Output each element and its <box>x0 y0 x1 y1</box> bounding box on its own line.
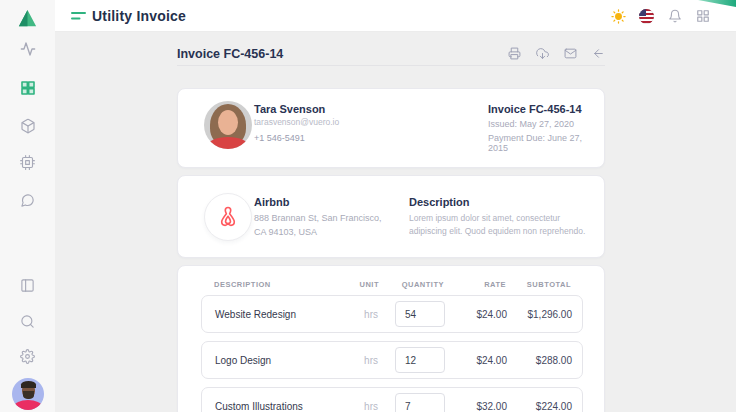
sidebar-item-panels[interactable] <box>0 278 55 293</box>
invoice-number: Invoice FC-456-14 <box>488 103 604 115</box>
sidebar-item-search[interactable] <box>0 314 55 329</box>
apps-grid-icon[interactable] <box>695 9 710 24</box>
dashboard-grid-icon <box>20 80 36 96</box>
row-description: Website Redesign <box>215 309 296 320</box>
line-items-card: DESCRIPTION UNIT QUANTITY RATE SUBTOTAL … <box>177 265 605 412</box>
table-row: Logo Design hrs $24.00 $288.00 <box>201 341 583 379</box>
cpu-icon <box>20 155 35 170</box>
description-title: Description <box>409 196 587 208</box>
quantity-input[interactable] <box>395 301 445 327</box>
language-flag-icon[interactable] <box>639 9 654 24</box>
row-unit: hrs <box>342 309 378 320</box>
sidebar-item-messages[interactable] <box>0 193 55 208</box>
description-text: Lorem ipsum dolor sit amet, consectetur … <box>409 212 587 238</box>
col-header-subtotal: SUBTOTAL <box>481 280 571 289</box>
row-unit: hrs <box>342 401 378 412</box>
row-unit: hrs <box>342 355 378 366</box>
mail-icon[interactable] <box>564 47 577 60</box>
airbnb-logo-icon <box>204 193 252 241</box>
print-icon[interactable] <box>508 47 521 60</box>
row-subtotal: $1,296.00 <box>482 309 572 320</box>
table-rows: Website Redesign hrs $24.00 $1,296.00 Lo… <box>201 295 583 412</box>
description-block: Description Lorem ipsum dolor sit amet, … <box>409 196 587 238</box>
invoice-due-date: Payment Due: June 27, 2015 <box>488 133 604 153</box>
sidebar-user-avatar[interactable] <box>0 378 55 410</box>
sidebar-item-activity[interactable] <box>0 41 55 57</box>
sender-name: Tara Svenson <box>254 103 339 115</box>
invoice-heading: Invoice FC-456-14 <box>177 47 283 61</box>
activity-icon <box>20 41 36 57</box>
invoice-page: Invoice FC-456-14 <box>177 32 605 412</box>
search-icon <box>20 314 35 329</box>
quantity-input[interactable] <box>395 393 445 412</box>
topbar: Utility Invoice <box>55 0 736 32</box>
row-description: Logo Design <box>215 355 271 366</box>
notifications-bell-icon[interactable] <box>667 9 682 24</box>
invoice-issued-date: Issued: May 27, 2020 <box>488 119 604 129</box>
topbar-actions <box>611 0 710 32</box>
sender-info: Tara Svenson tarasvenson@vuero.io +1 546… <box>254 103 339 143</box>
back-arrow-icon[interactable] <box>592 47 605 60</box>
invoice-parties-card: Tara Svenson tarasvenson@vuero.io +1 546… <box>177 88 605 168</box>
sender-avatar <box>204 101 252 149</box>
avatar <box>12 378 44 410</box>
row-subtotal: $224.00 <box>482 401 572 412</box>
gear-icon <box>20 349 35 364</box>
table-row: Custom Illustrations hrs $32.00 $224.00 <box>201 387 583 412</box>
table-row: Website Redesign hrs $24.00 $1,296.00 <box>201 295 583 333</box>
vuero-logo-icon[interactable] <box>0 7 55 30</box>
col-header-description: DESCRIPTION <box>214 280 271 289</box>
sidebar <box>0 0 55 412</box>
client-address-line1: 888 Brannan St, San Francisco, <box>254 213 382 223</box>
cloud-download-icon[interactable] <box>536 47 549 60</box>
client-address-line2: CA 94103, USA <box>254 227 317 237</box>
page-title: Utility Invoice <box>92 8 186 24</box>
client-address: 888 Brannan St, San Francisco, CA 94103,… <box>254 212 382 239</box>
quantity-input[interactable] <box>395 347 445 373</box>
header-divider <box>177 65 605 66</box>
chat-bubble-icon <box>20 193 35 208</box>
sidebar-item-elements[interactable] <box>0 155 55 170</box>
client-card: Airbnb 888 Brannan St, San Francisco, CA… <box>177 175 605 258</box>
col-header-quantity: QUANTITY <box>374 280 444 289</box>
box-icon <box>20 118 36 134</box>
row-subtotal: $288.00 <box>482 355 572 366</box>
sidebar-item-components[interactable] <box>0 118 55 134</box>
invoice-header-row: Invoice FC-456-14 <box>177 44 605 66</box>
table-header: DESCRIPTION UNIT QUANTITY RATE SUBTOTAL <box>178 280 606 290</box>
row-description: Custom Illustrations <box>215 401 303 412</box>
invoice-actions <box>508 47 605 60</box>
layout-panel-icon <box>20 278 35 293</box>
sidebar-item-dashboard[interactable] <box>0 80 55 96</box>
menu-toggle-icon[interactable] <box>70 8 87 27</box>
sender-phone: +1 546-5491 <box>254 133 339 143</box>
client-info: Airbnb 888 Brannan St, San Francisco, CA… <box>254 196 382 239</box>
us-flag-icon <box>639 9 654 24</box>
client-name: Airbnb <box>254 196 382 208</box>
sidebar-item-settings[interactable] <box>0 349 55 364</box>
sun-theme-toggle-icon[interactable] <box>611 9 626 24</box>
sender-email: tarasvenson@vuero.io <box>254 117 339 127</box>
invoice-meta: Invoice FC-456-14 Issued: May 27, 2020 P… <box>488 103 604 153</box>
